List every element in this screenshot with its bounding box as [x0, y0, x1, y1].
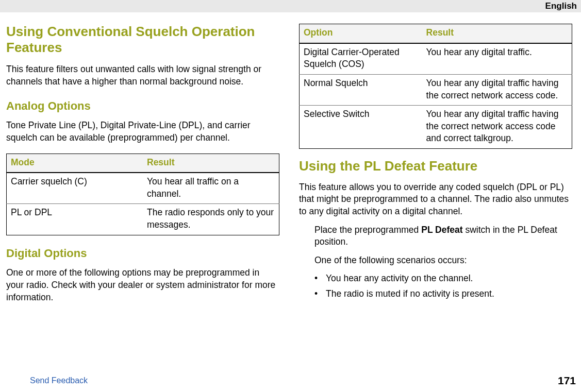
para-pl-defeat-intro: This feature allows you to override any …: [299, 181, 572, 218]
cell-option: Selective Switch: [300, 106, 422, 149]
table-row: PL or DPL The radio responds only to you…: [7, 204, 279, 235]
cell-result: You hear all traffic on a channel.: [143, 173, 279, 204]
cell-option: Digital Carrier-Operated Squelch (COS): [300, 43, 422, 75]
th-mode: Mode: [7, 154, 143, 173]
right-column: Option Result Digital Carrier-Operated S…: [299, 24, 572, 366]
step-text: Place the preprogrammed PL Defeat switch…: [314, 224, 572, 248]
send-feedback-link[interactable]: Send Feedback: [30, 375, 88, 386]
list-item: •You hear any activity on the channel.: [314, 272, 572, 285]
table-row: Selective Switch You hear any digital tr…: [300, 106, 572, 149]
page-body: Using Conventional Squelch Operation Fea…: [0, 12, 581, 366]
left-column: Using Conventional Squelch Operation Fea…: [6, 24, 279, 366]
cell-result: You hear any digital traffic having the …: [422, 106, 572, 149]
th-result: Result: [422, 24, 572, 43]
cell-result: The radio responds only to your messages…: [143, 204, 279, 235]
top-bar: English: [0, 0, 581, 12]
scenarios-intro: One of the following scenarios occurs:: [314, 254, 572, 267]
para-squelch-intro: This feature filters out unwanted calls …: [6, 63, 279, 88]
heading-digital-options: Digital Options: [6, 246, 279, 261]
cell-mode: Carrier squelch (C): [7, 173, 143, 204]
heading-squelch-features: Using Conventional Squelch Operation Fea…: [6, 24, 279, 55]
heading-analog-options: Analog Options: [6, 98, 279, 114]
cell-mode: PL or DPL: [7, 204, 143, 235]
table-row: Carrier squelch (C) You hear all traffic…: [7, 173, 279, 204]
list-item: •The radio is muted if no activity is pr…: [314, 288, 572, 300]
para-analog-options: Tone Private Line (PL), Digital Private-…: [6, 120, 279, 144]
table-row: Digital Carrier-Operated Squelch (COS) Y…: [300, 43, 572, 75]
step-pre: Place the preprogrammed: [314, 225, 421, 235]
page-number: 171: [558, 373, 576, 388]
th-option: Option: [300, 24, 422, 43]
para-digital-options: One or more of the following options may…: [6, 267, 279, 303]
step-bold: PL Defeat: [421, 225, 462, 235]
step-block: Place the preprogrammed PL Defeat switch…: [299, 224, 572, 300]
bullet-text: The radio is muted if no activity is pre…: [326, 288, 494, 300]
table-digital-options: Option Result Digital Carrier-Operated S…: [299, 24, 572, 149]
cell-option: Normal Squelch: [300, 74, 422, 105]
bullet-icon: •: [314, 272, 320, 285]
th-result: Result: [143, 154, 279, 173]
page-footer: Send Feedback 171: [0, 372, 581, 389]
bullet-text: You hear any activity on the channel.: [326, 272, 473, 285]
scenario-list: •You hear any activity on the channel. •…: [314, 272, 572, 300]
cell-result: You hear any digital traf­fic.: [422, 43, 572, 75]
table-row: Normal Squelch You hear any digital traf…: [300, 74, 572, 105]
cell-result: You hear any digital traffic having the …: [422, 74, 572, 105]
language-label: English: [545, 1, 577, 11]
heading-pl-defeat: Using the PL Defeat Feature: [299, 158, 572, 174]
bullet-icon: •: [314, 288, 320, 300]
table-analog-options: Mode Result Carrier squelch (C) You hear…: [6, 154, 279, 235]
